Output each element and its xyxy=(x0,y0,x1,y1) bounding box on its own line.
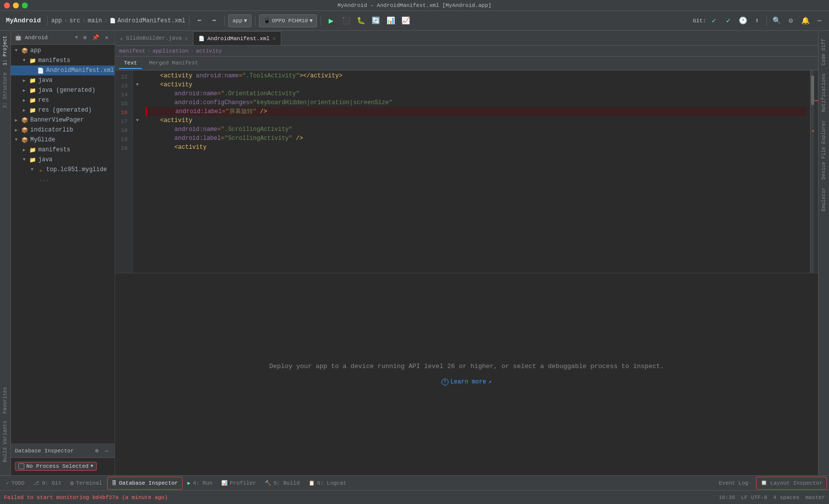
gutter-13[interactable]: ▼ xyxy=(133,80,142,89)
learn-more-icon: ? xyxy=(442,378,448,385)
stop-button[interactable]: ⬛ xyxy=(339,14,352,27)
event-log-label: Event Log xyxy=(719,480,748,486)
status-bar-left: Failed to start monitoring bd4bf27a (a m… xyxy=(4,495,717,501)
tree-item-java-generated[interactable]: ▶ 📁 java (generated) xyxy=(11,85,115,95)
tab-close-androidmanifest[interactable]: ✕ xyxy=(272,35,276,42)
tree-item-res-generated[interactable]: ▶ 📁 res (generated) xyxy=(11,105,115,115)
db-inspector-settings[interactable]: ⚙ xyxy=(93,447,101,455)
tree-item-myglide-java[interactable]: ▼ 📁 java xyxy=(11,155,115,165)
tree-label-myglide-pkg: top.lc951.myglide xyxy=(46,166,107,173)
tree-item-myglide-manifests[interactable]: ▶ 📁 manifests xyxy=(11,145,115,155)
tab-icon-androidmanifest: 📄 xyxy=(198,36,204,42)
minimize-button[interactable] xyxy=(13,2,19,8)
path-main[interactable]: main xyxy=(88,17,102,24)
bottom-tab-todo-label: TODO xyxy=(11,480,24,486)
status-encoding[interactable]: LF UTF-8 xyxy=(741,495,767,501)
file-tree-content: ▼ 📦 app ▼ 📁 manifests ▶ 📄 AndroidManifes… xyxy=(11,45,115,443)
tree-item-java[interactable]: ▶ 📁 java xyxy=(11,75,115,85)
fold-icon-17[interactable]: ▼ xyxy=(136,116,138,125)
path-app[interactable]: app xyxy=(51,17,62,24)
gutter-17[interactable]: ▼ xyxy=(133,116,142,125)
tab-glidebuilder[interactable]: ☕ GlideBuilder.java ✕ xyxy=(115,31,193,45)
manifest-tab-merged[interactable]: Merged Manifest xyxy=(144,58,203,69)
bottom-tab-terminal-label: Terminal xyxy=(76,480,102,486)
tree-item-myglide[interactable]: ▼ 📦 MyGlide xyxy=(11,135,115,145)
folder-icon-java: 📁 xyxy=(29,77,37,84)
process-selector[interactable]: No Process Selected ▼ xyxy=(15,462,97,471)
profiler-icon: 📊 xyxy=(221,480,227,486)
tab-favorites[interactable]: Favorites xyxy=(1,384,9,417)
status-bar: Failed to start monitoring bd4bf27a (a m… xyxy=(0,490,829,504)
bottom-tab-todo[interactable]: ✓ TODO xyxy=(2,477,28,490)
right-tab-notifications[interactable]: Notifications xyxy=(820,69,828,116)
code-content[interactable]: <activity android:name=".ToolsActivity">… xyxy=(142,70,810,273)
more-button[interactable]: ⋯ xyxy=(813,14,826,27)
tree-item-res[interactable]: ▶ 📁 res xyxy=(11,95,115,105)
tree-arrow-java-gen: ▶ xyxy=(23,88,29,93)
bottom-tab-run[interactable]: ▶ 4: Run xyxy=(184,477,217,490)
search-everywhere-button[interactable]: 🔍 xyxy=(770,14,783,27)
status-indent[interactable]: 4 spaces xyxy=(773,495,800,501)
device-selector[interactable]: 📱 OPPO PCHM10 ▼ xyxy=(259,14,317,27)
tab-build-variants[interactable]: Build Variants xyxy=(1,418,9,465)
close-button[interactable] xyxy=(4,2,10,8)
tree-label-java: java xyxy=(38,77,53,84)
bottom-tab-run-label: 4: Run xyxy=(193,480,213,486)
settings-button[interactable]: ⚙ xyxy=(784,14,797,27)
tree-item-app[interactable]: ▼ 📦 app xyxy=(11,46,115,56)
db-inspector-close[interactable]: — xyxy=(103,447,111,455)
tree-item-androidmanifest[interactable]: ▶ 📄 AndroidManifest.xml xyxy=(11,65,115,75)
db-inspector-section: Database Inspector ⚙ — No Process Select… xyxy=(11,443,115,475)
tab-androidmanifest[interactable]: 📄 AndroidManifest.xml ✕ xyxy=(193,31,281,45)
tree-item-indicatorlib[interactable]: ▶ 📦 indicatorlib xyxy=(11,125,115,135)
file-tree-settings[interactable]: ⚙ xyxy=(81,34,89,42)
layout-inspector-label: Layout Inspector xyxy=(770,480,823,486)
forward-button[interactable]: ➡ xyxy=(208,14,221,27)
status-position[interactable]: 16:36 xyxy=(719,495,735,501)
profile-button[interactable]: 📈 xyxy=(399,14,412,27)
tab-project[interactable]: 1: Project xyxy=(1,33,9,68)
breadcrumb-activity[interactable]: activity xyxy=(196,48,222,54)
file-tree-close[interactable]: ✕ xyxy=(103,34,111,42)
breadcrumb-manifest[interactable]: manifest xyxy=(119,48,145,54)
git-update-button[interactable]: ✓ xyxy=(722,14,735,27)
fold-icon-13[interactable]: ▼ xyxy=(136,80,138,89)
file-tree-pin[interactable]: 📌 xyxy=(92,34,100,42)
app-selector[interactable]: app ▼ xyxy=(228,14,252,27)
maximize-button[interactable] xyxy=(22,2,28,8)
editor-scrollbar[interactable] xyxy=(810,70,814,273)
bottom-tab-build[interactable]: 🔨 5: Build xyxy=(261,477,304,490)
breadcrumb-application[interactable]: application xyxy=(152,48,189,54)
git-push-button[interactable]: ⬆ xyxy=(751,14,764,27)
bottom-tab-git[interactable]: ⎇ 9: Git xyxy=(29,477,65,490)
bottom-tab-terminal[interactable]: ▤ Terminal xyxy=(66,477,106,490)
notifications-button[interactable]: 🔔 xyxy=(799,14,812,27)
back-button[interactable]: ⬅ xyxy=(193,14,206,27)
coverage-button[interactable]: 📊 xyxy=(384,14,397,27)
right-tab-code-diff[interactable]: Code Diff xyxy=(820,35,828,69)
learn-more-link[interactable]: ? Learn more ↗ xyxy=(442,378,492,385)
git-history-button[interactable]: 🕐 xyxy=(736,14,749,27)
tree-item-manifests[interactable]: ▼ 📁 manifests xyxy=(11,56,115,65)
tab-structure[interactable]: 2: Structure xyxy=(1,69,9,111)
bottom-tab-logcat[interactable]: 📋 6: Logcat xyxy=(305,477,350,490)
status-branch[interactable]: master xyxy=(805,495,825,501)
debug-button[interactable]: 🐛 xyxy=(354,14,367,27)
bottom-tab-layout-inspector[interactable]: 🔲 Layout Inspector xyxy=(756,477,827,490)
bottom-tab-event-log[interactable]: Event Log xyxy=(715,477,752,490)
right-tab-device-file[interactable]: Device File Explorer xyxy=(820,116,828,184)
right-tab-emulator[interactable]: Emulator xyxy=(820,184,828,215)
git-check-button[interactable]: ✓ xyxy=(707,14,720,27)
path-src[interactable]: src xyxy=(69,17,80,24)
sync-button[interactable]: 🔄 xyxy=(369,14,382,27)
bottom-tab-profiler[interactable]: 📊 Profiler xyxy=(217,477,260,490)
tree-item-myglide-pkg[interactable]: ▼ ☕ top.lc951.myglide xyxy=(11,165,115,175)
tab-close-glidebuilder[interactable]: ✕ xyxy=(185,35,188,42)
manifest-tab-text[interactable]: Text xyxy=(119,58,142,69)
process-selector-dropdown-icon: ▼ xyxy=(90,464,93,469)
run-button[interactable]: ▶ xyxy=(324,14,337,27)
bottom-tab-db-inspector[interactable]: 🗄 Database Inspector xyxy=(107,477,183,490)
path-manifest[interactable]: AndroidManifest.xml xyxy=(118,17,186,24)
tree-item-bannervp[interactable]: ▶ 📦 BannerViewPager xyxy=(11,115,115,125)
folder-icon-myglide: 📦 xyxy=(21,137,29,143)
